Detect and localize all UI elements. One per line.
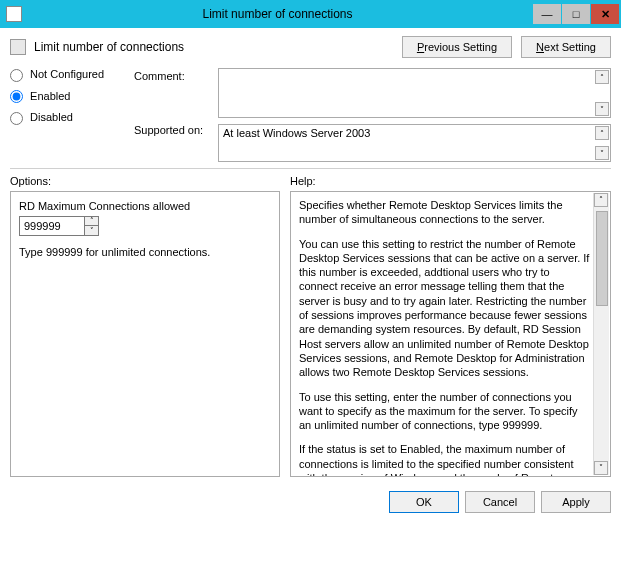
- dialog-footer: OK Cancel Apply: [0, 483, 621, 513]
- supported-textbox: At least Windows Server 2003 ˄ ˅: [218, 124, 611, 162]
- help-text: Specifies whether Remote Desktop Service…: [299, 198, 590, 227]
- help-scrollbar[interactable]: ˄ ˅: [593, 193, 609, 475]
- maximize-button[interactable]: □: [562, 4, 590, 24]
- minimize-button[interactable]: —: [533, 4, 561, 24]
- titlebar: Limit number of connections — □ ✕: [0, 0, 621, 28]
- apply-button[interactable]: Apply: [541, 491, 611, 513]
- scroll-up-icon[interactable]: ˄: [595, 126, 609, 140]
- scroll-up-icon[interactable]: ˄: [595, 70, 609, 84]
- window-icon: [6, 6, 22, 22]
- scroll-down-icon[interactable]: ˅: [594, 461, 608, 475]
- comment-label: Comment:: [134, 68, 214, 82]
- supported-value: At least Windows Server 2003: [223, 127, 370, 139]
- spinner-up-icon[interactable]: ˄: [84, 216, 99, 226]
- close-button[interactable]: ✕: [591, 4, 619, 24]
- previous-setting-button[interactable]: Previous Setting: [402, 36, 512, 58]
- rd-max-label: RD Maximum Connections allowed: [19, 200, 271, 212]
- scroll-up-icon[interactable]: ˄: [594, 193, 608, 207]
- scroll-down-icon[interactable]: ˅: [595, 102, 609, 116]
- state-radios: Not Configured Enabled Disabled: [10, 68, 130, 133]
- radio-enabled[interactable]: Enabled: [10, 90, 130, 104]
- policy-icon: [10, 39, 26, 55]
- cancel-button[interactable]: Cancel: [465, 491, 535, 513]
- radio-not-configured[interactable]: Not Configured: [10, 68, 130, 82]
- comment-textbox[interactable]: ˄ ˅: [218, 68, 611, 118]
- window-controls: — □ ✕: [533, 3, 619, 25]
- options-panel: RD Maximum Connections allowed ˄ ˅ Type …: [10, 191, 280, 477]
- help-label: Help:: [290, 175, 611, 187]
- spinner-down-icon[interactable]: ˅: [84, 226, 99, 236]
- divider: [10, 168, 611, 169]
- radio-disabled[interactable]: Disabled: [10, 111, 130, 125]
- help-text: You can use this setting to restrict the…: [299, 237, 590, 380]
- window-title: Limit number of connections: [22, 7, 533, 21]
- help-text: If the status is set to Enabled, the max…: [299, 442, 590, 477]
- next-setting-button[interactable]: Next Setting: [521, 36, 611, 58]
- help-text: To use this setting, enter the number of…: [299, 390, 590, 433]
- supported-label: Supported on:: [134, 122, 214, 136]
- scroll-down-icon[interactable]: ˅: [595, 146, 609, 160]
- options-label: Options:: [10, 175, 280, 187]
- rd-max-input[interactable]: [19, 216, 85, 236]
- rd-max-spinner[interactable]: ˄ ˅: [19, 216, 271, 236]
- ok-button[interactable]: OK: [389, 491, 459, 513]
- help-panel: Specifies whether Remote Desktop Service…: [290, 191, 611, 477]
- scroll-thumb[interactable]: [596, 211, 608, 306]
- options-hint: Type 999999 for unlimited connections.: [19, 246, 271, 258]
- page-title: Limit number of connections: [34, 40, 184, 54]
